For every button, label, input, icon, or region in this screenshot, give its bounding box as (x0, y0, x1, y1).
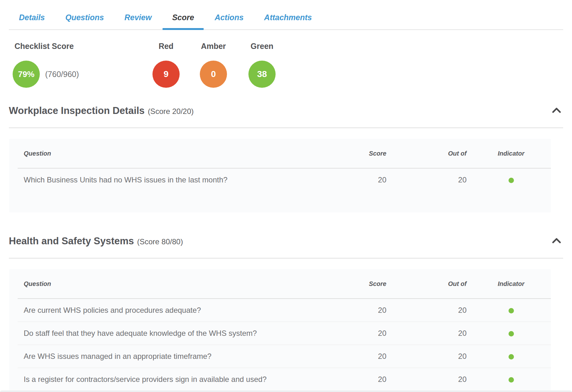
tab-attachments[interactable]: Attachments (255, 4, 321, 30)
question-cell: Is a register for contractors/service pr… (18, 375, 316, 384)
question-cell: Are WHS issues managed in an appropriate… (18, 352, 316, 361)
tab-questions[interactable]: Questions (56, 4, 113, 30)
chevron-up-icon[interactable] (552, 107, 561, 113)
green-indicator-dot (509, 178, 514, 183)
question-cell: Which Business Units had no WHS issues i… (18, 175, 316, 184)
outof-cell: 20 (395, 329, 471, 338)
table-row: Is a register for contractors/service pr… (18, 368, 551, 390)
question-column-header: Question (18, 280, 316, 288)
checklist-score-label: Checklist Score (15, 42, 74, 50)
table-header-row: Question Score Out of Indicator (18, 139, 551, 169)
outof-column-header: Out of (395, 150, 471, 157)
score-cell: 20 (316, 352, 395, 361)
score-table-workplace-inspection: Question Score Out of Indicator Which Bu… (9, 139, 551, 212)
section-score: (Score 20/20) (148, 107, 194, 116)
green-indicator-dot (509, 354, 514, 359)
red-count-badge: 9 (152, 61, 180, 88)
score-cell: 20 (316, 306, 395, 315)
red-label: Red (152, 42, 180, 50)
red-count: 9 (164, 69, 169, 79)
section-title: Health and Safety Systems (9, 235, 134, 246)
outof-cell: 20 (395, 375, 471, 384)
checklist-score-fraction: (760/960) (45, 61, 79, 88)
green-count: 38 (257, 69, 267, 79)
score-column-header: Score (316, 150, 395, 157)
section-title-health-safety: Health and Safety Systems(Score 80/80) (9, 235, 183, 247)
section-divider (9, 258, 563, 258)
score-column-header: Score (316, 280, 395, 288)
section-score: (Score 80/80) (137, 237, 183, 246)
indicator-cell (471, 352, 551, 361)
green-indicator-dot (509, 331, 514, 336)
checklist-score-badge: 79% (13, 61, 40, 88)
outof-column-header: Out of (395, 280, 471, 288)
indicator-column-header: Indicator (471, 280, 551, 288)
green-indicator-dot (509, 308, 514, 313)
green-label: Green (248, 42, 276, 50)
indicator-cell (471, 306, 551, 315)
outof-cell: 20 (395, 306, 471, 315)
amber-count-badge: 0 (200, 61, 227, 88)
amber-label: Amber (200, 42, 227, 50)
question-cell: Do staff feel that they have adequate kn… (18, 329, 316, 338)
score-cell: 20 (316, 375, 395, 384)
section-title-workplace-inspection: Workplace Inspection Details(Score 20/20… (9, 105, 194, 116)
green-indicator-dot (509, 377, 514, 383)
question-column-header: Question (18, 150, 316, 157)
tab-details[interactable]: Details (9, 4, 54, 30)
next-section-edge (0, 390, 572, 392)
outof-cell: 20 (395, 175, 471, 184)
score-cell: 20 (316, 329, 395, 338)
indicator-cell (471, 329, 551, 338)
score-table-health-safety: Question Score Out of Indicator Are curr… (9, 269, 551, 390)
indicator-cell (471, 375, 551, 384)
section-divider (9, 128, 563, 128)
tab-actions[interactable]: Actions (205, 4, 253, 30)
table-header-row: Question Score Out of Indicator (18, 269, 551, 299)
tab-bar: Details Questions Review Score Actions A… (0, 0, 572, 30)
tab-list: Details Questions Review Score Actions A… (0, 0, 572, 30)
green-count-badge: 38 (248, 61, 276, 88)
indicator-cell (471, 175, 551, 184)
chevron-up-icon[interactable] (552, 238, 561, 243)
table-row: Are WHS issues managed in an appropriate… (18, 345, 551, 368)
indicator-column-header: Indicator (471, 150, 551, 157)
table-row: Are current WHS policies and procedures … (18, 299, 551, 322)
table-row: Do staff feel that they have adequate kn… (18, 322, 551, 345)
checklist-score-page: Details Questions Review Score Actions A… (0, 0, 572, 392)
amber-count: 0 (211, 69, 216, 79)
question-cell: Are current WHS policies and procedures … (18, 306, 316, 315)
checklist-score-percent: 79% (18, 69, 34, 79)
section-title: Workplace Inspection Details (9, 105, 145, 116)
score-cell: 20 (316, 175, 395, 184)
table-row: Which Business Units had no WHS issues i… (18, 169, 551, 191)
tab-review[interactable]: Review (115, 4, 161, 30)
outof-cell: 20 (395, 352, 471, 361)
tab-score[interactable]: Score (163, 4, 203, 30)
